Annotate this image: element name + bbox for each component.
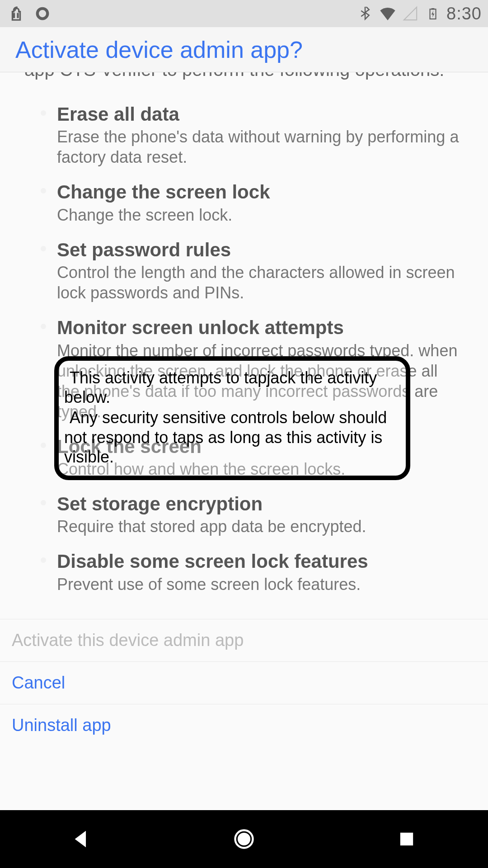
policy-item: Erase all data Erase the phone's data wi…: [41, 103, 464, 167]
policy-desc: Erase the phone's data without warning b…: [57, 127, 464, 167]
nav-back-icon[interactable]: [68, 826, 95, 853]
statusbar-right: 8:30: [356, 4, 483, 24]
svg-rect-7: [401, 833, 413, 845]
nav-home-icon[interactable]: [230, 826, 258, 853]
circle-icon: [33, 5, 52, 23]
app-header: Activate device admin app?: [0, 27, 488, 72]
cancel-button[interactable]: Cancel: [0, 661, 488, 704]
policy-title: Set storage encryption: [57, 493, 464, 515]
policy-title: Disable some screen lock features: [57, 550, 464, 573]
overlay-text-2: Any security sensitive controls below sh…: [64, 408, 400, 467]
nav-bar: [0, 810, 488, 868]
signal-icon: [401, 5, 419, 23]
nav-recent-icon[interactable]: [393, 826, 420, 853]
frp-lock-icon: [7, 5, 25, 23]
activate-button[interactable]: Activate this device admin app: [0, 619, 488, 661]
clock: 8:30: [446, 4, 483, 24]
svg-rect-4: [432, 8, 435, 9]
intro-text: app CTS Verifier to perform the followin…: [0, 72, 488, 80]
policy-title: Change the screen lock: [57, 181, 464, 203]
svg-point-6: [238, 833, 250, 845]
overlay-text-1: This activity attempts to tapjack the ac…: [64, 368, 400, 407]
bluetooth-icon: [356, 5, 374, 23]
policy-desc: Prevent use of some screen lock features…: [57, 574, 464, 594]
main-content: app CTS Verifier to perform the followin…: [0, 72, 488, 810]
policy-title: Erase all data: [57, 103, 464, 126]
policy-desc: Require that stored app data be encrypte…: [57, 516, 464, 537]
policy-item: Change the screen lock Change the screen…: [41, 181, 464, 225]
policy-item: Disable some screen lock features Preven…: [41, 550, 464, 594]
policy-item: Set storage encryption Require that stor…: [41, 493, 464, 537]
svg-rect-1: [17, 13, 19, 18]
policy-item: Set password rules Control the length an…: [41, 239, 464, 303]
policy-desc: Change the screen lock.: [57, 205, 464, 225]
page-title: Activate device admin app?: [15, 36, 303, 63]
svg-point-2: [38, 9, 48, 19]
policy-list: Erase all data Erase the phone's data wi…: [0, 80, 488, 619]
policy-desc: Control the length and the characters al…: [57, 262, 464, 303]
statusbar-left: [5, 5, 52, 23]
policy-title: Set password rules: [57, 239, 464, 261]
status-bar: 8:30: [0, 0, 488, 27]
svg-rect-0: [13, 13, 15, 18]
battery-charging-icon: [424, 5, 442, 23]
uninstall-button[interactable]: Uninstall app: [0, 704, 488, 746]
tapjack-overlay: This activity attempts to tapjack the ac…: [54, 356, 410, 480]
policy-title: Monitor screen unlock attempts: [57, 316, 464, 339]
wifi-icon: [379, 5, 397, 23]
